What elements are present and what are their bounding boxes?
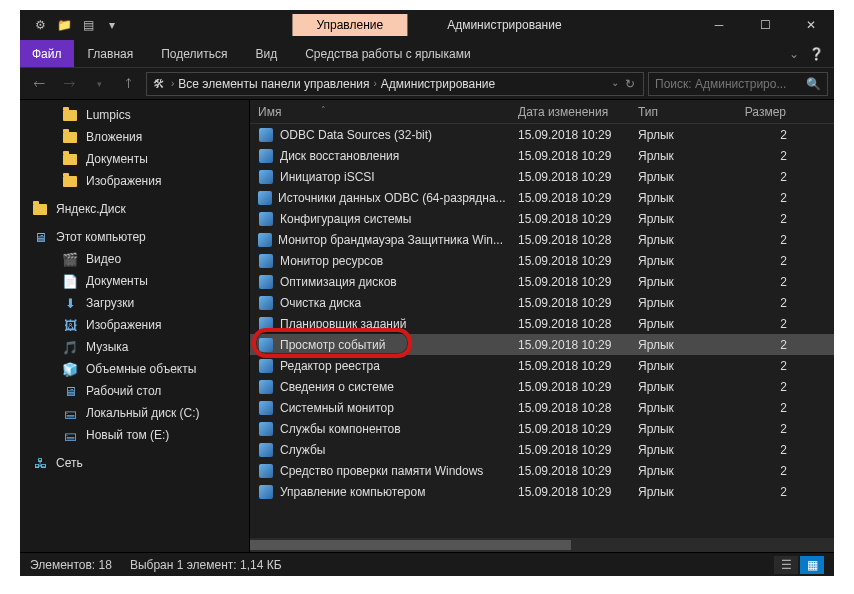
horizontal-scrollbar[interactable]: [250, 538, 834, 552]
crumb-admin-tools[interactable]: Администрирование: [381, 77, 495, 91]
column-name[interactable]: Имя˄: [250, 105, 510, 119]
ribbon-tab-shortcut-tools[interactable]: Средства работы с ярлыками: [291, 40, 484, 67]
file-row[interactable]: Системный монитор15.09.2018 10:28Ярлык2: [250, 397, 834, 418]
file-row[interactable]: Конфигурация системы15.09.2018 10:29Ярлы…: [250, 208, 834, 229]
column-date[interactable]: Дата изменения: [510, 105, 630, 119]
sidebar-item-label: Документы: [86, 152, 148, 166]
file-date: 15.09.2018 10:28: [510, 317, 630, 331]
ribbon-collapse-icon[interactable]: ⌄: [789, 47, 799, 61]
shortcut-icon: [258, 190, 272, 206]
help-icon[interactable]: ❔: [809, 47, 824, 61]
qat-dropdown-icon[interactable]: ▾: [104, 17, 120, 33]
minimize-button[interactable]: ─: [696, 10, 742, 40]
explorer-window: ⚙ 📁 ▤ ▾ Управление Администрирование ─ ☐…: [20, 10, 834, 576]
file-row[interactable]: Источники данных ODBC (64-разрядна...15.…: [250, 187, 834, 208]
file-row[interactable]: Диск восстановления15.09.2018 10:29Ярлык…: [250, 145, 834, 166]
folder-icon: [62, 173, 78, 189]
file-list[interactable]: ODBC Data Sources (32-bit)15.09.2018 10:…: [250, 124, 834, 538]
sidebar-item[interactable]: 🎬Видео: [20, 248, 249, 270]
sidebar-item[interactable]: Изображения: [20, 170, 249, 192]
file-size: 2: [735, 359, 795, 373]
column-size[interactable]: Размер: [735, 105, 795, 119]
chevron-right-icon[interactable]: ›: [169, 78, 176, 89]
file-row[interactable]: Оптимизация дисков15.09.2018 10:29Ярлык2: [250, 271, 834, 292]
ribbon-file-tab[interactable]: Файл: [20, 40, 74, 67]
maximize-button[interactable]: ☐: [742, 10, 788, 40]
file-row[interactable]: Средство проверки памяти Windows15.09.20…: [250, 460, 834, 481]
view-thumbnails-button[interactable]: ▦: [800, 556, 824, 574]
new-folder-icon[interactable]: 📁: [56, 17, 72, 33]
sidebar-item[interactable]: Lumpics: [20, 104, 249, 126]
drive-icon: 🖴: [62, 405, 78, 421]
close-button[interactable]: ✕: [788, 10, 834, 40]
breadcrumb[interactable]: 🛠 › Все элементы панели управления › Адм…: [146, 72, 644, 96]
sidebar-item[interactable]: ⬇Загрузки: [20, 292, 249, 314]
properties-icon[interactable]: ⚙: [32, 17, 48, 33]
sidebar-item[interactable]: 🖼Изображения: [20, 314, 249, 336]
refresh-icon[interactable]: ↻: [625, 77, 635, 91]
sidebar-item[interactable]: 📄Документы: [20, 270, 249, 292]
file-row[interactable]: Просмотр событий15.09.2018 10:29Ярлык2: [250, 334, 834, 355]
file-date: 15.09.2018 10:29: [510, 464, 630, 478]
sidebar-item-label: Видео: [86, 252, 121, 266]
sidebar-item-yandex-disk[interactable]: Яндекс.Диск: [20, 198, 249, 220]
file-name: Службы: [280, 443, 325, 457]
file-name: Монитор брандмауэра Защитника Win...: [278, 233, 503, 247]
sidebar-item[interactable]: Документы: [20, 148, 249, 170]
file-row[interactable]: Планировщик заданий15.09.2018 10:28Ярлык…: [250, 313, 834, 334]
sidebar-item-this-pc[interactable]: 🖥 Этот компьютер: [20, 226, 249, 248]
file-name: Сведения о системе: [280, 380, 394, 394]
view-details-button[interactable]: ☰: [774, 556, 798, 574]
chevron-right-icon[interactable]: ›: [371, 78, 378, 89]
file-size: 2: [735, 443, 795, 457]
file-name: ODBC Data Sources (32-bit): [280, 128, 432, 142]
file-row[interactable]: Инициатор iSCSI15.09.2018 10:29Ярлык2: [250, 166, 834, 187]
search-icon[interactable]: 🔍: [806, 77, 821, 91]
ribbon-tab-home[interactable]: Главная: [74, 40, 148, 67]
nav-back-button[interactable]: 🡐: [26, 72, 52, 96]
file-row[interactable]: Редактор реестра15.09.2018 10:29Ярлык2: [250, 355, 834, 376]
sidebar-item[interactable]: 🎵Музыка: [20, 336, 249, 358]
file-size: 2: [735, 170, 795, 184]
file-date: 15.09.2018 10:29: [510, 422, 630, 436]
file-name: Управление компьютером: [280, 485, 425, 499]
file-row[interactable]: ODBC Data Sources (32-bit)15.09.2018 10:…: [250, 124, 834, 145]
search-box[interactable]: 🔍: [648, 72, 828, 96]
shortcut-icon: [258, 148, 274, 164]
sidebar-item[interactable]: 🖥Рабочий стол: [20, 380, 249, 402]
search-input[interactable]: [655, 77, 806, 91]
file-name: Службы компонентов: [280, 422, 401, 436]
scrollbar-thumb[interactable]: [250, 540, 571, 550]
file-size: 2: [735, 254, 795, 268]
shortcut-icon: [258, 127, 274, 143]
sidebar-item[interactable]: Вложения: [20, 126, 249, 148]
previous-dropdown-icon[interactable]: ⌄: [611, 77, 619, 91]
docs-icon: 📄: [62, 273, 78, 289]
column-type[interactable]: Тип: [630, 105, 735, 119]
file-name: Источники данных ODBC (64-разрядна...: [278, 191, 506, 205]
ribbon-tab-share[interactable]: Поделиться: [147, 40, 241, 67]
ribbon-tab-view[interactable]: Вид: [241, 40, 291, 67]
file-date: 15.09.2018 10:29: [510, 485, 630, 499]
ribbon-context-tab[interactable]: Управление: [292, 14, 407, 36]
file-row[interactable]: Службы15.09.2018 10:29Ярлык2: [250, 439, 834, 460]
qat-doc-icon[interactable]: ▤: [80, 17, 96, 33]
content-area: LumpicsВложенияДокументыИзображения Янде…: [20, 100, 834, 552]
crumb-control-panel[interactable]: Все элементы панели управления: [178, 77, 369, 91]
nav-forward-button[interactable]: 🡒: [56, 72, 82, 96]
file-row[interactable]: Службы компонентов15.09.2018 10:29Ярлык2: [250, 418, 834, 439]
sidebar-item-network[interactable]: 🖧 Сеть: [20, 452, 249, 474]
sidebar-item[interactable]: 🖴Локальный диск (C:): [20, 402, 249, 424]
navigation-pane[interactable]: LumpicsВложенияДокументыИзображения Янде…: [20, 100, 250, 552]
sidebar-item[interactable]: 🖴Новый том (E:): [20, 424, 249, 446]
file-row[interactable]: Монитор ресурсов15.09.2018 10:29Ярлык2: [250, 250, 834, 271]
file-row[interactable]: Очистка диска15.09.2018 10:29Ярлык2: [250, 292, 834, 313]
file-row[interactable]: Монитор брандмауэра Защитника Win...15.0…: [250, 229, 834, 250]
sidebar-item-label: Яндекс.Диск: [56, 202, 126, 216]
file-row[interactable]: Сведения о системе15.09.2018 10:29Ярлык2: [250, 376, 834, 397]
nav-recent-dropdown[interactable]: ▾: [86, 72, 112, 96]
file-row[interactable]: Управление компьютером15.09.2018 10:29Яр…: [250, 481, 834, 502]
nav-up-button[interactable]: 🡑: [116, 72, 142, 96]
sidebar-item[interactable]: 🧊Объемные объекты: [20, 358, 249, 380]
file-size: 2: [735, 233, 795, 247]
